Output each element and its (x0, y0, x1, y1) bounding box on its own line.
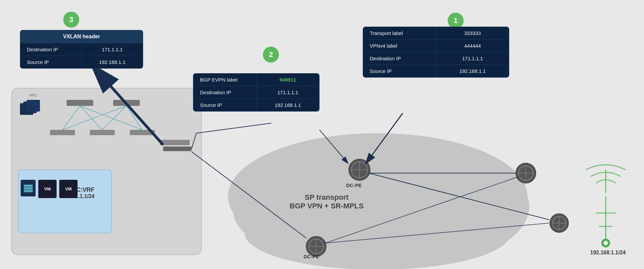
svg-line-14 (80, 106, 102, 130)
svg-rect-19 (160, 140, 190, 145)
bgp-dest-label: Destination IP (193, 86, 256, 99)
transport-label-label: Transport label (363, 27, 436, 39)
vxlan-src-value: 192.168.1.1 (82, 56, 143, 68)
svg-point-44 (552, 216, 566, 230)
transport-src-label: Source IP (363, 65, 436, 77)
transport-label-value: 333333 (436, 27, 509, 39)
svg-line-49 (325, 223, 549, 243)
svg-rect-59 (24, 190, 33, 192)
svg-rect-11 (90, 130, 115, 135)
transport-dest-row: Destination IP 171.1.1.1 (363, 52, 509, 65)
vxlan-src-row: Source IP 192.168.1.1 (20, 56, 143, 68)
diagram-container: APIC (0, 0, 644, 269)
svg-rect-12 (130, 130, 155, 135)
svg-line-33 (366, 113, 403, 163)
badge-2: 2 (263, 47, 279, 63)
transport-src-value: 192.168.1.1 (436, 65, 509, 77)
vxlan-table-title: VXLAN header (20, 30, 143, 43)
vxlan-dest-label: Destination IP (20, 43, 82, 56)
svg-rect-8 (67, 100, 93, 106)
svg-line-28 (320, 130, 348, 163)
bgp-evpn-table: BGP EVPN label 949911 Destination IP 171… (193, 73, 320, 112)
svg-point-34 (306, 236, 326, 256)
svg-point-5 (369, 156, 529, 256)
bgp-dest-value: 171.1.1.1 (256, 86, 320, 99)
svg-rect-57 (24, 185, 33, 187)
svg-rect-21 (23, 102, 37, 113)
vxlan-dest-value: 171.1.1.1 (82, 43, 143, 56)
vm-box-2: VM (59, 180, 78, 198)
svg-rect-9 (113, 100, 140, 106)
sp-line1: SP transport (290, 193, 364, 202)
svg-line-15 (80, 106, 142, 130)
vxlan-src-label: Source IP (20, 56, 82, 68)
svg-point-43 (550, 214, 568, 232)
vpnv4-label-row: VPNv4 label 444444 (363, 39, 509, 52)
svg-point-29 (349, 159, 370, 180)
transport-dest-value: 171.1.1.1 (436, 52, 509, 65)
bgp-src-label: Source IP (193, 99, 256, 111)
vpnv4-label: VPNv4 label (363, 40, 436, 52)
svg-rect-2 (12, 88, 201, 255)
svg-point-55 (602, 239, 610, 247)
svg-point-56 (604, 241, 608, 245)
svg-point-40 (519, 166, 533, 180)
svg-point-3 (228, 133, 528, 260)
svg-line-48 (369, 173, 549, 220)
svg-point-6 (245, 196, 511, 269)
bgp-evpn-value: 949911 (256, 74, 320, 86)
badge-3: 3 (63, 12, 79, 28)
vxlan-header-table: VXLAN header Destination IP 171.1.1.1 So… (20, 30, 143, 69)
bgp-dest-row: Destination IP 171.1.1.1 (193, 86, 319, 99)
bgp-evpn-row: BGP EVPN label 949911 (193, 74, 319, 86)
svg-point-39 (516, 163, 536, 183)
svg-rect-58 (24, 187, 33, 189)
svg-rect-20 (20, 103, 33, 115)
svg-point-35 (309, 239, 323, 254)
svg-rect-7 (18, 170, 111, 233)
bgp-src-row: Source IP 192.168.1.1 (193, 99, 319, 111)
dc-pe-top-label: DC-PE (346, 182, 362, 188)
svg-point-30 (351, 162, 367, 178)
badge-1: 1 (448, 13, 464, 29)
transport-table: Transport label 333333 VPNv4 label 44444… (363, 27, 509, 78)
vm-box-1: VM (38, 180, 57, 198)
svg-line-38 (191, 151, 306, 238)
svg-text:APIC: APIC (29, 94, 37, 97)
svg-line-25 (93, 67, 163, 145)
dc-pe-bottom-label: DC-PE (304, 254, 319, 259)
svg-line-17 (102, 106, 126, 130)
svg-line-18 (126, 106, 142, 130)
svg-line-13 (62, 106, 80, 130)
svg-rect-10 (50, 130, 75, 135)
remote-ip-label: 192.168.1.1/24 (590, 250, 626, 256)
transport-label-row: Transport label 333333 (363, 27, 509, 39)
sp-cloud-label: SP transport BGP VPN + SR-MPLS (290, 193, 364, 210)
sp-line2: BGP VPN + SR-MPLS (290, 202, 364, 210)
vxlan-dest-row: Destination IP 171.1.1.1 (20, 43, 143, 56)
server-icon (21, 180, 36, 196)
svg-line-27 (196, 123, 271, 133)
svg-line-16 (62, 106, 126, 130)
svg-rect-22 (27, 100, 40, 112)
bgp-evpn-label: BGP EVPN label (193, 74, 256, 86)
svg-line-26 (191, 133, 196, 149)
bgp-src-value: 192.168.1.1 (256, 99, 320, 111)
transport-src-row: Source IP 192.168.1.1 (363, 65, 509, 77)
vpnv4-value: 444444 (436, 40, 509, 52)
svg-rect-24 (163, 146, 191, 151)
transport-dest-label: Destination IP (363, 52, 436, 65)
